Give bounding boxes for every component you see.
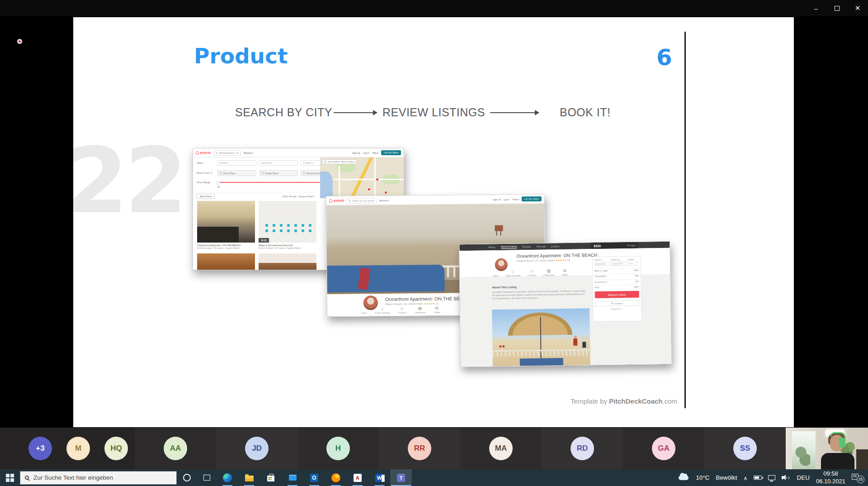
airbnb-logo: airbnb — [329, 199, 344, 203]
participant-tile[interactable]: AA — [135, 428, 216, 469]
minimize-button[interactable]: – — [806, 0, 826, 16]
participant-tile[interactable]: H — [297, 428, 379, 469]
map-pin-icon — [368, 188, 371, 191]
airbnb-search-input: Where are you going? — [347, 198, 377, 204]
tray-clock[interactable]: 09:58 06.10.2021 — [816, 470, 845, 486]
participant-avatar[interactable]: M — [66, 437, 90, 460]
guests-icon: ☺ — [398, 306, 406, 312]
tray-temperature[interactable]: 10°C — [696, 474, 709, 481]
taskbar-app-mail[interactable] — [282, 469, 303, 486]
airbnb-belo-icon — [329, 199, 332, 202]
amenity-bedrooms: ▤2 Bedrooms — [543, 268, 554, 276]
start-button[interactable] — [0, 469, 20, 486]
photo-dots — [499, 345, 509, 347]
heart-icon: ♡ — [250, 202, 253, 206]
airbnb-logo: airbnb — [196, 151, 211, 155]
tray-chevron-icon[interactable]: ∧ — [744, 475, 748, 481]
participants-bar: +3 M HQ AA JD H RR MA RD GA SS — [0, 428, 868, 469]
acrobat-icon: A — [354, 474, 362, 482]
participant-avatar[interactable]: AA — [164, 437, 187, 460]
tray-weather-condition[interactable]: Bewölkt — [716, 474, 737, 481]
window-titlebar: – ✕ — [0, 0, 868, 16]
participant-overflow-tile: +3 M HQ — [0, 428, 135, 469]
flow-step-review: REVIEW LISTINGS — [382, 106, 482, 119]
slide-divider-line — [684, 32, 686, 408]
amenity-home: ⌂Entire home/apt — [505, 269, 520, 276]
listing-card: ♡ $199 Oceanfront Apartment- ON THE BEAC… — [197, 201, 255, 249]
participant-tile[interactable]: SS — [704, 428, 786, 469]
taskbar-app-file-explorer[interactable] — [238, 469, 260, 486]
template-credit: Template by PitchDeckCoach.com — [571, 397, 677, 405]
tray-time: 09:58 — [816, 470, 845, 478]
restore-button[interactable] — [826, 0, 847, 16]
taskbar-app-store[interactable] — [260, 469, 282, 486]
volume-icon[interactable] — [782, 474, 790, 481]
checkout-date-input: 09/18/2015 — [612, 262, 628, 266]
taskbar-app-teams[interactable]: T — [390, 469, 412, 486]
participant-avatar[interactable]: +3 — [28, 437, 52, 460]
cortana-icon — [183, 474, 191, 481]
taskbar-search-input[interactable]: Zur Suche Text hier eingeben — [20, 471, 177, 485]
participant-tile[interactable]: JD — [216, 428, 297, 469]
screen-share-stage: 22 Product 6 SEARCH BY CITY REVIEW LISTI… — [0, 16, 868, 428]
bedrooms-icon: ▤ — [414, 306, 425, 311]
taskbar-app-edge[interactable] — [217, 469, 238, 486]
listing-card — [259, 253, 316, 270]
listing-results: ♡ $199 Oceanfront Apartment- ON THE BEAC… — [193, 201, 320, 270]
amenity-guests: ☺4 Guests — [528, 269, 536, 276]
taskbar-app-firefox[interactable] — [325, 469, 347, 486]
taskbar-app-word[interactable]: W — [368, 469, 390, 486]
participant-tile[interactable]: MA — [460, 428, 542, 469]
process-flow: SEARCH BY CITY REVIEW LISTINGS BOOK IT! — [73, 106, 794, 121]
amenity-menu: Menu — [362, 306, 367, 314]
windows-logo-icon — [6, 474, 14, 482]
participant-avatar[interactable]: JD — [245, 437, 269, 460]
restore-icon — [835, 6, 840, 11]
airbnb-search-input: Newport Beach, CA — [213, 150, 241, 156]
nightly-price-box: $220 Per Night — [591, 242, 638, 249]
signup-link: Sign Up — [493, 198, 501, 200]
cortana-button[interactable] — [177, 469, 197, 486]
checkout-input: Check Out — [259, 160, 298, 166]
airbnb-header: airbnb Newport Beach, CA Browse ▾ Sign U… — [193, 148, 404, 157]
battery-icon[interactable] — [754, 476, 762, 480]
taskbar-app-acrobat[interactable]: A — [347, 469, 368, 486]
tab-about: About the listing — [501, 245, 517, 248]
participant-tile[interactable]: RR — [379, 428, 460, 469]
recording-indicator-icon — [17, 39, 22, 44]
slide-title: Product — [194, 43, 288, 68]
participant-avatar[interactable]: HQ — [104, 437, 128, 460]
webcam-thumbnail[interactable] — [786, 428, 868, 469]
outlook-icon: O — [310, 474, 318, 482]
tray-date: 06.10.2021 — [816, 478, 845, 486]
checkin-date-input: 09/16/2015 — [594, 262, 611, 267]
close-button[interactable]: ✕ — [847, 0, 868, 16]
listing-photo — [197, 253, 255, 270]
checkin-input: Check In — [217, 160, 256, 166]
signup-link: Sign Up — [352, 152, 360, 154]
slide-page-number: 6 — [656, 44, 672, 71]
list-your-space-button: List Your Space — [522, 196, 542, 201]
participant-tile[interactable]: GA — [623, 428, 704, 469]
participant-avatar[interactable]: MA — [489, 437, 513, 460]
map-pin-icon — [376, 178, 379, 181]
participant-avatar[interactable]: H — [326, 437, 350, 460]
star-rating-icon: ★★★★★ — [556, 259, 567, 262]
listing-location: Newport Beach, CA, United States ★★★★★ 2… — [517, 259, 570, 262]
amenity-guests: ☺4 Guests — [398, 306, 406, 314]
notification-center-button[interactable]: 25 — [852, 473, 863, 482]
taskbar-app-outlook[interactable]: O — [303, 469, 325, 486]
participant-avatar[interactable]: SS — [733, 437, 757, 460]
search-icon — [216, 152, 217, 154]
weather-cloud-icon[interactable] — [679, 476, 689, 480]
participant-avatar[interactable]: GA — [652, 437, 675, 460]
keyboard-language[interactable]: DEU — [797, 474, 810, 481]
bedrooms-icon: ▤ — [543, 268, 554, 274]
person-on-beach — [573, 338, 577, 346]
participant-avatar[interactable]: RD — [571, 437, 594, 460]
network-icon[interactable] — [768, 475, 775, 480]
participant-avatar[interactable]: RR — [408, 437, 431, 460]
login-link: Log In — [504, 198, 510, 200]
task-view-button[interactable] — [197, 469, 217, 486]
participant-tile[interactable]: RD — [542, 428, 623, 469]
